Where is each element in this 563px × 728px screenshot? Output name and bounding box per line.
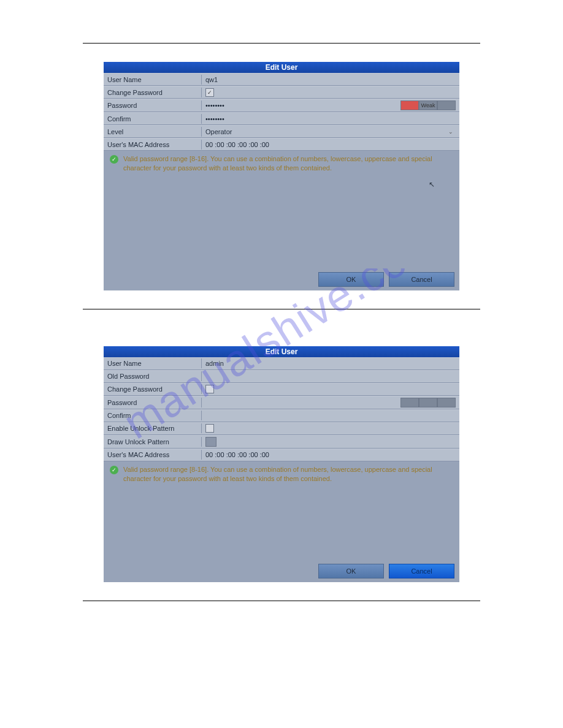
row-enable-unlock: Enable Unlock Pattern [104,422,459,435]
label-confirm: Confirm [104,114,202,124]
row-change-password: Change Password [104,383,459,396]
password-strength-meter: Weak [400,100,456,110]
value-password[interactable]: •••••••• [205,102,400,109]
label-password: Password [104,100,202,110]
dialog-body-space: ↖ [104,176,459,268]
label-mac: User's MAC Address [104,140,202,150]
value-level[interactable]: Operator [205,128,448,135]
row-old-password: Old Password [104,370,459,383]
button-bar: OK Cancel [104,560,459,582]
label-user-name: User Name [104,75,202,85]
divider [83,601,480,601]
button-bar: OK Cancel [104,268,459,290]
edit-user-dialog-2: Edit User User Name admin Old Password C… [104,346,459,583]
label-user-name: User Name [104,358,202,368]
cancel-button[interactable]: Cancel [389,272,454,287]
strength-seg [400,100,419,110]
label-confirm: Confirm [104,411,202,420]
dialog-title: Edit User [104,62,459,73]
divider [83,43,480,44]
strength-seg [437,100,456,110]
label-mac: User's MAC Address [104,450,202,460]
hint-text: Valid password range [8-16]. You can use… [123,154,453,173]
row-mac: User's MAC Address 00 :00 :00 :00 :00 :0… [104,138,459,151]
row-confirm: Confirm [104,409,459,422]
label-change-password: Change Password [104,384,202,394]
label-password: Password [104,398,202,408]
strength-seg [437,398,456,408]
edit-user-dialog-1: Edit User User Name qw1 Change Password … [104,62,459,290]
pattern-icon[interactable] [205,437,216,447]
row-mac: User's MAC Address 00 :00 :00 :00 :00 :0… [104,449,459,461]
password-strength-meter [400,398,456,408]
row-change-password: Change Password ✓ [104,86,459,99]
row-password: Password •••••••• Weak [104,99,459,112]
chevron-down-icon[interactable]: ⌄ [448,129,456,135]
divider [83,309,480,309]
row-draw-unlock: Draw Unlock Pattern [104,435,459,449]
ok-button[interactable]: OK [318,272,384,287]
password-hint: ✓ Valid password range [8-16]. You can u… [104,461,459,487]
label-change-password: Change Password [104,88,202,97]
row-user-name: User Name admin [104,357,459,370]
check-circle-icon: ✓ [110,466,118,474]
strength-seg [400,398,419,408]
value-mac[interactable]: 00 :00 :00 :00 :00 :00 [205,141,456,148]
checkbox-change-password[interactable] [205,385,214,393]
value-confirm[interactable]: •••••••• [205,115,456,123]
checkbox-change-password[interactable]: ✓ [205,88,214,97]
value-user-name[interactable]: admin [205,360,456,367]
row-confirm: Confirm •••••••• [104,112,459,125]
cursor-icon: ↖ [429,180,435,189]
hint-text: Valid password range [8-16]. You can use… [123,465,453,483]
check-circle-icon: ✓ [110,155,118,164]
row-password: Password [104,396,459,409]
dialog-title: Edit User [104,346,459,357]
value-mac[interactable]: 00 :00 :00 :00 :00 :00 [205,451,456,458]
ok-button[interactable]: OK [318,564,384,578]
value-user-name[interactable]: qw1 [205,76,456,83]
row-level: Level Operator ⌄ [104,125,459,138]
password-hint: ✓ Valid password range [8-16]. You can u… [104,151,459,176]
label-old-password: Old Password [104,371,202,381]
strength-seg-label: Weak [419,100,437,110]
cancel-button[interactable]: Cancel [389,564,454,578]
row-user-name: User Name qw1 [104,73,459,86]
label-draw-unlock: Draw Unlock Pattern [104,437,202,447]
label-enable-unlock: Enable Unlock Pattern [104,423,202,433]
strength-seg [419,398,437,408]
label-level: Level [104,127,202,137]
checkbox-enable-unlock[interactable] [205,424,214,433]
dialog-body-space [104,487,459,560]
